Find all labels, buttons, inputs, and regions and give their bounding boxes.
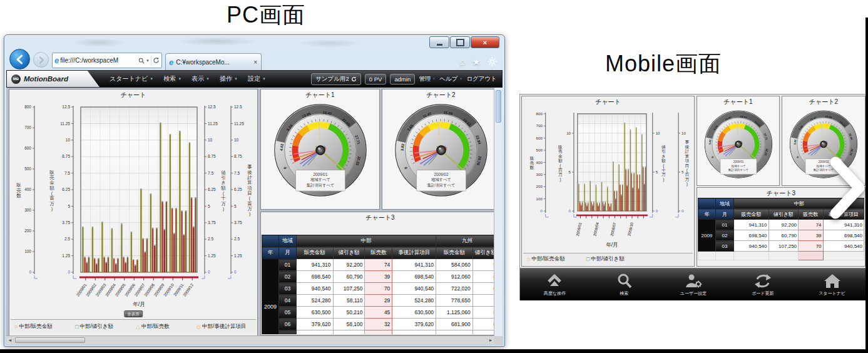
gauge-chart-2[interactable]: 03.827.6511.4715.2919.1222.9426.762009/0… [392,102,491,201]
home-icon[interactable]: ⌂ [459,57,465,66]
data-cell[interactable]: 722,020 [436,283,473,295]
data-cell[interactable]: 172,820 [333,330,365,335]
data-cell[interactable]: 379,620 [296,319,333,330]
maximize-button[interactable] [450,36,470,48]
legend-item-1[interactable]: □中部/値引き額 [586,255,625,263]
mobile-gauge-chart-1[interactable]: 04.629.2413.8518.4723.0927.7132.332009/0… [702,109,775,182]
data-cell[interactable]: 698,540 [296,271,333,283]
data-cell[interactable]: 940,540 [296,283,333,295]
nav-user-settings[interactable]: ユーザー設定 [659,269,728,300]
data-cell[interactable]: 60,790 [333,271,365,283]
column-header[interactable]: 販売金額 [734,209,768,220]
data-cell[interactable]: 681,900 [436,319,473,330]
horizontal-scrollbar[interactable]: ◄ ► [6,335,494,344]
address-dropdown-caret-icon[interactable]: ▼ [146,59,150,63]
sample-board-button[interactable]: サンプル用2 [311,73,361,85]
month-cell[interactable]: 01 [715,220,734,230]
column-header[interactable]: 販売金額 [296,247,333,259]
month-cell[interactable]: 05 [279,307,297,319]
scroll-left-icon[interactable]: ◄ [6,338,14,342]
address-bar[interactable]: e file:///C:/workspaceM ▼ [52,53,162,68]
data-cell[interactable]: 698,540 [823,230,864,241]
legend-item-0[interactable]: ○中部/販売金額 [14,323,70,330]
month-cell[interactable]: 02 [279,271,297,283]
data-cell[interactable]: 110 [365,330,392,335]
mobile-bar-chart[interactable]: 0100200300400500600700800販売数0510販売金額(百万)… [523,106,693,250]
month-cell[interactable]: 04 [279,295,297,307]
data-cell[interactable]: 524,280 [296,295,333,307]
data-cell[interactable]: 698,540 [734,230,768,241]
search-icon[interactable] [138,58,145,64]
menu-item-2[interactable]: 表示▼ [191,74,210,83]
month-cell[interactable]: 01 [279,259,297,271]
data-cell[interactable]: 70 [365,283,392,295]
data-cell[interactable]: 940,540 [392,283,436,295]
data-cell[interactable]: 524,280 [392,295,436,307]
region-group-header[interactable]: 中部 [296,235,436,247]
data-cell[interactable]: 1,054,740 [436,330,473,335]
data-cell[interactable]: 698,540 [392,271,436,283]
logout-button[interactable]: ログアウト [466,75,497,83]
help-menu[interactable]: ヘルプ▼ [439,75,462,83]
data-cell[interactable]: 92,200 [333,259,365,271]
data-cell[interactable]: 912,060 [436,271,473,283]
data-cell[interactable]: 940,540 [823,241,864,252]
data-cell[interactable]: 39 [799,230,824,241]
data-cell[interactable]: 74 [365,259,392,271]
next-page-chevron-icon[interactable] [828,155,867,221]
nav-start-navi[interactable]: スタートナビ [797,269,867,300]
data-cell[interactable]: 940,540 [734,241,768,252]
back-button[interactable] [9,49,30,69]
month-cell[interactable]: 03 [715,241,734,252]
motionboard-logo[interactable]: MB MotionBoard [7,71,100,87]
month-cell[interactable]: 07 [279,330,297,335]
data-cell[interactable]: 50,210 [333,307,365,319]
address-text[interactable]: file:///C:/workspaceM [60,57,137,64]
window-titlebar[interactable]: × [4,35,504,49]
data-cell[interactable]: 379,620 [392,319,436,330]
minimize-button[interactable] [429,36,449,48]
menu-item-0[interactable]: スタートナビ▼ [110,74,153,83]
settings-gear-icon[interactable] [488,57,497,66]
data-cell[interactable]: 941,310 [392,259,436,271]
data-cell[interactable]: 58,100 [333,319,365,330]
legend-item-2[interactable]: △中部/販売数 [136,323,191,330]
legend-item-1[interactable]: □中部/値引き額 [75,323,131,330]
data-cell[interactable]: 584,060 [436,259,473,271]
data-cell[interactable]: 1,631,520 [392,330,436,335]
menu-item-4[interactable]: 設定▼ [248,74,266,83]
column-header[interactable]: 値引き額 [768,209,799,220]
column-header[interactable]: 販売数 [365,247,392,259]
data-cell[interactable]: 630,500 [392,307,436,319]
data-cell[interactable]: 92,200 [768,220,799,230]
vertical-scrollbar[interactable] [494,88,503,336]
nav-board-refresh[interactable]: ボード更新 [728,269,797,300]
column-header[interactable]: 販売金額 [436,247,473,259]
region-group-header[interactable]: 九州 [436,235,499,247]
legend-toggle-button[interactable]: 非表示 [124,310,143,317]
browser-tab[interactable]: e C:¥workspaceMo... × [165,53,262,70]
month-cell[interactable]: 03 [279,283,297,295]
data-cell[interactable]: 107,250 [768,241,799,252]
data-cell[interactable]: 107,250 [333,283,365,295]
gauge-chart-1[interactable]: 04.629.2413.8518.4723.0927.7132.332009/0… [271,102,370,201]
scrollbar-handle[interactable] [15,337,85,343]
data-cell[interactable]: 60,790 [768,230,799,241]
vertical-scrollbar-handle[interactable] [496,90,501,123]
main-bar-chart[interactable]: 0100200300400500600700800販売数01.252.53.75… [11,100,256,312]
data-cell[interactable]: 1,631,520 [296,330,333,335]
favorites-star-icon[interactable]: ★ [472,57,481,66]
menu-item-3[interactable]: 操作▼ [220,74,238,83]
data-cell[interactable]: 58,110 [333,295,365,307]
month-cell[interactable]: 02 [715,230,734,241]
column-header[interactable]: 事後計算項目 [392,247,436,259]
tab-close-icon[interactable]: × [253,59,258,66]
refresh-icon[interactable] [153,57,160,64]
nav-advanced-operations[interactable]: 高度な操作 [520,269,590,300]
data-cell[interactable]: 778,650 [436,295,473,307]
data-cell[interactable]: 941,310 [734,220,768,230]
data-cell[interactable]: 32 [365,319,392,330]
legend-item-3[interactable]: ◇中部/事後計算項目 [197,323,252,330]
scroll-right-icon[interactable]: ► [487,338,494,342]
data-cell[interactable]: 941,310 [823,220,864,230]
